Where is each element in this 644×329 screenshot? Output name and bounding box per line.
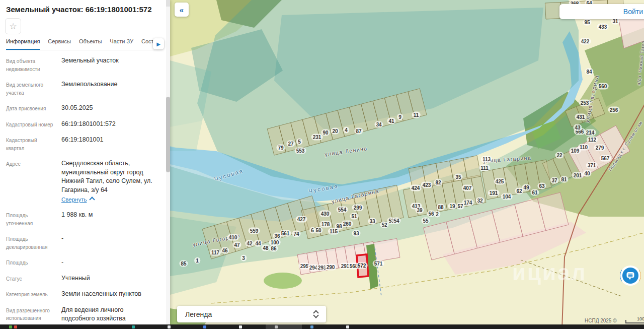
taskbar-app-icon[interactable] [14,325,17,328]
parcel-label-290[interactable]: 290 [325,264,337,271]
parcel-label-1[interactable]: 1 [194,257,200,264]
parcel-label-22[interactable]: 22 [555,152,564,159]
parcel-label-48[interactable]: 48 [261,245,270,251]
parcel-label-431[interactable]: 431 [575,114,587,120]
taskbar-app-icon[interactable] [346,325,349,328]
login-button[interactable]: Войти [623,8,644,16]
parcel-label-427[interactable]: 427 [296,216,307,223]
parcel-label-81[interactable]: 81 [559,176,568,183]
parcel-label-74[interactable]: 74 [292,231,300,237]
parcel-label-90[interactable]: 90 [321,129,330,136]
parcel-label-571[interactable]: 571 [373,260,384,267]
parcel-label-567[interactable]: 567 [600,155,611,162]
parcel-label-82[interactable]: 82 [434,179,442,186]
parcel-label-39[interactable]: 39 [415,207,424,214]
tab-3[interactable]: Объекты [79,38,102,50]
parcel-label-231[interactable]: 231 [311,134,323,141]
parcel-label-256[interactable]: 256 [608,107,620,113]
parcel-label-253[interactable]: 253 [579,100,591,106]
parcel-label-423[interactable]: 423 [421,182,433,188]
collapse-address-link[interactable]: Свернуть [61,196,87,203]
parcel-label-113[interactable]: 113 [481,156,492,163]
parcel-label-54[interactable]: 54 [392,218,400,224]
legend-bar[interactable]: Легенда [177,306,326,322]
parcel-label-95[interactable]: 95 [583,19,591,26]
parcel-label-111[interactable]: 111 [479,165,490,171]
parcel-label-559[interactable]: 559 [249,228,260,234]
parcel-label-260[interactable]: 260 [342,221,353,227]
parcel-label-61[interactable]: 61 [530,189,539,196]
parcel-label-422[interactable]: 422 [580,38,591,45]
parcel-label-41[interactable]: 41 [387,118,395,124]
parcel-label-110[interactable]: 110 [578,144,589,151]
parcel-label-46[interactable]: 46 [220,247,229,254]
parcel-label-37[interactable]: 37 [550,177,558,184]
parcel-label-5[interactable]: 5 [296,139,302,145]
parcel-label-214[interactable]: 214 [585,129,596,136]
parcel-label-32[interactable]: 32 [475,198,484,204]
parcel-label-407[interactable]: 407 [462,185,473,191]
taskbar-app-icon[interactable] [9,325,12,328]
parcel-label-279[interactable]: 279 [594,145,606,151]
taskbar-app-icon[interactable] [132,325,135,328]
parcel-label-20[interactable]: 20 [331,128,339,135]
os-taskbar[interactable] [0,324,644,329]
favorite-star-button[interactable]: ☆ [5,18,21,34]
tab-1[interactable]: Информация [6,38,40,50]
parcel-label-425[interactable]: 425 [494,178,506,185]
taskbar-app-icon[interactable] [275,325,278,328]
parcel-label-424[interactable]: 424 [410,185,422,191]
chat-button[interactable] [618,264,642,288]
parcel-label-430[interactable]: 430 [319,211,331,217]
parcel-label-35[interactable]: 35 [454,174,462,180]
taskbar-app-icon[interactable] [203,325,206,328]
tabs-scroll-right-button[interactable]: ▶ [153,38,164,49]
parcel-label-63[interactable]: 63 [537,183,546,189]
taskbar-app-icon[interactable] [310,325,313,328]
parcel-label-50[interactable]: 50 [314,227,323,234]
parcel-label-40[interactable]: 40 [583,170,591,177]
parcel-label-87[interactable]: 87 [354,128,363,135]
tab-4[interactable]: Части ЗУ [110,38,133,50]
parcel-label-560[interactable]: 560 [597,83,609,90]
parcel-label-43[interactable]: 43 [573,124,582,131]
parcel-label-371[interactable]: 371 [586,162,598,169]
parcel-label-34[interactable]: 34 [374,121,383,128]
parcel-label-49[interactable]: 49 [522,184,530,191]
parcel-label-44[interactable]: 44 [254,240,262,247]
parcel-shape[interactable] [373,239,400,261]
sidebar-collapse-button[interactable]: « [175,3,189,17]
parcel-label-84[interactable]: 84 [585,69,593,75]
parcel-label-85[interactable]: 85 [179,260,188,267]
parcel-label-3[interactable]: 3 [240,255,247,261]
parcel-label-178[interactable]: 178 [320,221,332,228]
parcel-label-100[interactable]: 100 [269,239,281,246]
parcel-label-55[interactable]: 55 [421,218,430,224]
taskbar-app-icon[interactable] [168,325,171,328]
sidebar-scrollbar-thumb[interactable] [166,97,170,172]
parcel-label-51[interactable]: 51 [350,213,358,220]
parcel-label-299[interactable]: 299 [352,205,364,211]
parcel-label-11[interactable]: 11 [412,112,421,118]
parcel-label-112[interactable]: 112 [587,137,598,143]
parcel-label-88[interactable]: 88 [436,204,445,211]
parcel-label-9[interactable]: 9 [397,114,403,120]
parcel-label-433[interactable]: 433 [597,24,609,30]
parcel-label-86[interactable]: 86 [269,245,278,252]
parcel-label-572[interactable]: 572 [356,262,368,269]
parcel-label-27[interactable]: 27 [286,141,295,147]
parcel-label-47[interactable]: 47 [232,242,241,248]
parcel-label-191[interactable]: 191 [488,190,500,196]
parcel-label-104[interactable]: 104 [501,193,513,200]
legend-expand-icon[interactable] [313,310,319,318]
parcel-label-201[interactable]: 201 [572,172,584,179]
parcel-label-117[interactable]: 117 [210,249,221,256]
taskbar-app-icon[interactable] [239,325,242,328]
parcel-label-19[interactable]: 19 [448,203,456,210]
parcel-label-33[interactable]: 33 [368,218,376,225]
parcel-label-2[interactable]: 2 [434,211,440,218]
parcel-label-561[interactable]: 561 [280,230,291,237]
parcel-label-93[interactable]: 93 [352,230,360,237]
parcel-label-42[interactable]: 42 [245,240,254,247]
parcel-label-554[interactable]: 554 [337,207,348,213]
